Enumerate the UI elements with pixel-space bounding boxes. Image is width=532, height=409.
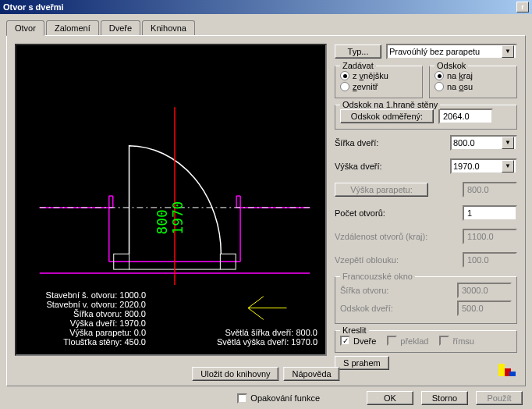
odskok-group: na kraj na osu: [429, 66, 517, 98]
checkbox-dvere[interactable]: ✓: [340, 336, 350, 346]
chevron-down-icon[interactable]: ▼: [502, 137, 514, 149]
tab-zalomeni[interactable]: Zalomení: [46, 20, 99, 35]
vyska-dveri-label: Výška dveří:: [335, 162, 450, 171]
radio-na-osu[interactable]: [434, 82, 444, 91]
chevron-down-icon[interactable]: ▼: [502, 160, 514, 172]
svg-rect-20: [509, 372, 516, 376]
window-title: Otvor s dveřmi: [3, 2, 516, 12]
checkbox-rimsu: [439, 336, 449, 346]
pocet-otvoru-label: Počet otvorů:: [335, 208, 463, 218]
tab-knihovna[interactable]: Knihovna: [142, 20, 195, 35]
opakovani-label: Opakování funkce: [250, 393, 320, 403]
odskok-hrana-group: Odskok odměřený: 2064.0: [335, 105, 517, 130]
checkbox-preklad: [387, 336, 397, 346]
color-bars-icon: [495, 361, 517, 379]
kreslit-group: ✓Dveře překlad římsu: [335, 330, 517, 353]
info-line: Výška parapetu: 0.0: [46, 328, 146, 337]
svg-line-16: [248, 297, 264, 308]
vzepeti-input: 100.0: [463, 252, 517, 268]
tab-dvere[interactable]: Dveře: [101, 20, 140, 35]
preview-dim-2: 1970: [169, 201, 186, 235]
radio-na-kraj[interactable]: [434, 71, 444, 80]
francouzske-group: Šířka otvoru: 3000.0 Odskok dveří: 500.0: [335, 276, 517, 324]
sirka-dveri-input[interactable]: 800.0 ▼: [450, 135, 517, 151]
vzdalenost-label: Vzdálenost otvorů (kraj):: [335, 232, 463, 241]
checkbox-opakovani[interactable]: [237, 393, 247, 404]
fr-odskok-label: Odskok dveří:: [340, 304, 457, 313]
pocet-otvoru-input[interactable]: 1: [463, 205, 517, 221]
fr-odskok-input: 500.0: [457, 301, 512, 316]
fr-sirka-label: Šířka otvoru:: [340, 286, 457, 295]
close-icon[interactable]: r: [516, 2, 529, 12]
tab-otvor[interactable]: Otvor: [6, 20, 44, 36]
check-label: římsu: [452, 336, 474, 346]
vzdalenost-input: 1100.0: [463, 229, 517, 244]
sirka-dveri-label: Šířka dveří:: [335, 138, 450, 148]
typ-value: Pravoúhlý bez parapetu: [389, 47, 502, 56]
info-line: Stavební v. otvoru: 2020.0: [46, 300, 146, 309]
vzepeti-label: Vzepětí oblouku:: [335, 255, 463, 265]
vyska-parapetu-input: 800.0: [463, 182, 517, 197]
ulozit-button[interactable]: Uložit do knihovny: [192, 367, 278, 381]
info-line: Světlá výška dveří: 1970.0: [217, 337, 317, 347]
info-line: Výška dveří: 1970.0: [46, 318, 146, 328]
radio-label: zevnitř: [353, 82, 378, 91]
fr-sirka-input: 3000.0: [457, 283, 512, 298]
odskok-value-input[interactable]: 2064.0: [438, 108, 493, 124]
radio-label: na kraj: [447, 71, 473, 80]
odskok-odmereny-button[interactable]: Odskok odměřený:: [340, 109, 434, 123]
typ-dropdown[interactable]: Pravoúhlý bez parapetu ▼: [386, 44, 517, 59]
typ-button[interactable]: Typ...: [335, 44, 381, 59]
radio-label: z vnějšku: [353, 71, 388, 80]
storno-button[interactable]: Storno: [421, 391, 468, 405]
zadavat-group: z vnějšku zevnitř: [335, 66, 423, 98]
svg-rect-18: [498, 364, 505, 376]
ok-button[interactable]: OK: [367, 391, 413, 405]
pouzit-button: Použít: [476, 391, 523, 405]
info-line: Šířka otvoru: 800.0: [46, 309, 146, 318]
radio-label: na osu: [447, 82, 473, 91]
vyska-dveri-input[interactable]: 1970.0 ▼: [450, 158, 517, 174]
check-label: překlad: [400, 336, 428, 346]
preview-canvas: 800 1970 Stavební š. otvoru: 1000.0 Stav…: [15, 44, 327, 356]
info-line: Tloušťka stěny: 450.0: [46, 337, 146, 347]
radio-zevnitr[interactable]: [340, 82, 349, 91]
check-label: Dveře: [353, 336, 376, 346]
info-line: Stavební š. otvoru: 1000.0: [46, 290, 146, 300]
chevron-down-icon[interactable]: ▼: [502, 45, 514, 58]
info-line: Světlá šířka dveří: 800.0: [217, 328, 317, 337]
radio-z-vnejsku[interactable]: [340, 71, 349, 80]
tab-strip: Otvor Zalomení Dveře Knihovna: [6, 20, 526, 35]
vyska-parapetu-button: Výška parapetu:: [335, 183, 428, 197]
s-prahem-button[interactable]: S prahem: [335, 356, 389, 370]
svg-line-17: [248, 308, 264, 320]
napoveda-button[interactable]: Nápověda: [284, 367, 340, 381]
preview-dim-1: 800: [154, 209, 170, 234]
